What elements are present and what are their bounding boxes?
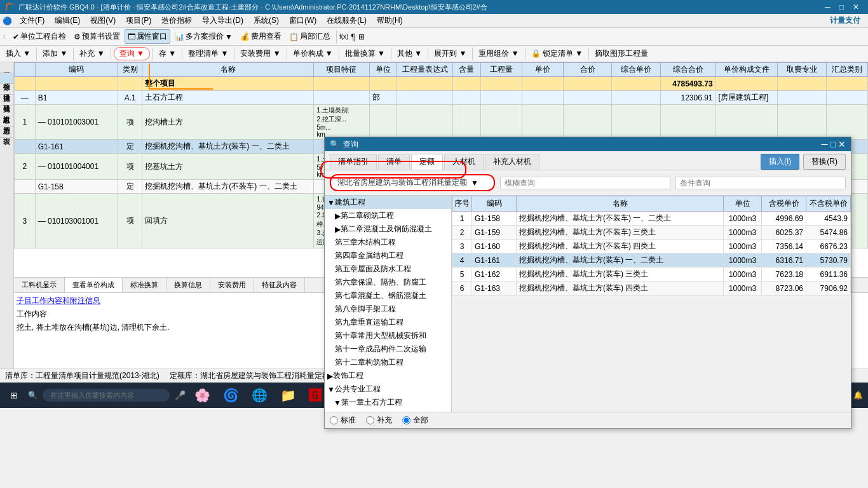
taskbar-app1-icon[interactable]: 🌸 — [191, 386, 214, 404]
tree-item[interactable]: ▶ 装饰工程 — [325, 369, 451, 383]
tree-item[interactable]: ▼ 第一章土石方工程 — [325, 396, 451, 409]
tree-item[interactable]: 第十二章构筑物工程 — [325, 356, 451, 369]
extract-qty-btn[interactable]: 摘取图形工程量 — [592, 46, 651, 61]
batch-convert-btn[interactable]: 批量换算 ▼ — [342, 46, 388, 61]
tree-item[interactable]: 第十章常用大型机械安拆和 — [325, 329, 451, 342]
result-table-row[interactable]: 1 G1-158 挖掘机挖沟槽、基坑土方(不装车) 一、二类土 1000m3 4… — [452, 212, 851, 226]
taskbar-search-input[interactable] — [43, 389, 170, 402]
result-table-row[interactable]: 5 G1-162 挖掘机挖沟槽、基坑土方(装车) 三类土 1000m3 7623… — [452, 268, 851, 281]
insert-result-btn[interactable]: 插入(I) — [761, 154, 799, 170]
dialog-tab-labor[interactable]: 人材机 — [444, 154, 484, 170]
query-dialog[interactable]: 🔍 查询 ─ □ ✕ 清单指引 清单 定额 人材机 补充人材机 插入(I) 替换… — [324, 137, 851, 429]
tab-labor-machine[interactable]: 工料机显示 — [14, 278, 65, 292]
sidebar-billofqty[interactable]: 分部分项 — [0, 73, 13, 84]
dialog-close-btn[interactable]: ✕ — [838, 139, 846, 149]
fuzzy-search-input[interactable] — [505, 179, 666, 187]
table-row[interactable]: — B1 A.1 土石方工程 部 12306.91 [房屋建筑工程] — [15, 91, 868, 105]
sidebar-fee-summary[interactable]: 费用汇总 — [0, 116, 13, 127]
menu-view[interactable]: 视图(V) — [85, 14, 121, 27]
condition-search-input[interactable] — [680, 179, 841, 187]
properties-window-btn[interactable]: 🗔 属性窗口 — [125, 29, 170, 44]
tree-item[interactable]: 第十一章成品构件二次运输 — [325, 342, 451, 356]
tree-item[interactable]: 第三章木结构工程 — [325, 236, 451, 249]
menu-help[interactable]: 帮助(H) — [372, 14, 408, 27]
reuse-price-btn[interactable]: 重用组价 ▼ — [475, 46, 522, 61]
sidebar-labor-material[interactable]: 人材机汇总 — [0, 105, 13, 116]
taskbar-app4-icon[interactable]: 📁 — [276, 386, 300, 404]
menu-import-export[interactable]: 导入导出(D) — [197, 14, 248, 27]
tree-item[interactable]: 第五章屋面及防水工程 — [325, 262, 451, 276]
menu-price-index[interactable]: 造价指标 — [156, 14, 197, 27]
add-btn[interactable]: 添加 ▼ — [39, 46, 71, 61]
other-btn[interactable]: 其他 ▼ — [394, 46, 425, 61]
table-row[interactable]: 整个项目 4785493.73 — [15, 77, 868, 91]
result-table-row[interactable]: 6 G1-163 挖掘机挖沟槽、基坑土方(装车) 四类土 1000m3 8723… — [452, 281, 851, 295]
menu-project[interactable]: 项目(P) — [121, 14, 156, 27]
table-row[interactable]: 1 — 010101003001 项 挖沟槽土方 1.土壤类别: 2.挖工深..… — [15, 105, 868, 140]
tree-item[interactable]: ▶ 第二章混凝土及钢筋混凝土 — [325, 222, 451, 236]
radio-standard-label[interactable]: 标准 — [330, 415, 356, 426]
work-content-link[interactable]: 子目工作内容和附注信息 — [17, 296, 100, 305]
notification-icon[interactable]: 🔔 — [853, 391, 863, 400]
tree-item[interactable]: ▼ 建筑工程 — [325, 196, 451, 209]
radio-standard[interactable] — [330, 416, 338, 424]
query-btn[interactable]: 查询 ▼ — [114, 47, 150, 60]
result-table-row[interactable]: 2 G1-159 挖掘机挖沟槽、基坑土方(不装车) 三类土 1000m3 602… — [452, 226, 851, 240]
expand-to-btn[interactable]: 展开到 ▼ — [431, 46, 470, 61]
fee-check-btn[interactable]: 💰 费用查看 — [237, 29, 285, 44]
tab-unit-price[interactable]: 查看单价构成 — [65, 278, 123, 292]
dialog-tab-dinge[interactable]: 定额 — [411, 154, 443, 170]
radio-all[interactable] — [402, 416, 410, 424]
radio-supplement-label[interactable]: 补充 — [366, 415, 392, 426]
menu-metering[interactable]: 计量支付 — [825, 14, 865, 27]
unit-price-btn[interactable]: 单价构成 ▼ — [290, 46, 336, 61]
menu-online[interactable]: 在线服务(L) — [322, 14, 372, 27]
replace-result-btn[interactable]: 替换(R) — [803, 154, 846, 170]
tree-item[interactable]: ▶ 第二章砌筑工程 — [325, 209, 451, 222]
tree-item[interactable]: 第六章保温、隔热、防腐工 — [325, 276, 451, 289]
radio-supplement[interactable] — [366, 416, 374, 424]
taskbar-app5-icon[interactable]: 🅶 — [305, 387, 325, 404]
tree-item[interactable]: 第八章脚手架工程 — [325, 302, 451, 316]
tab-features[interactable]: 特征及内容 — [254, 278, 305, 292]
dialog-maximize-btn[interactable]: □ — [831, 139, 836, 149]
install-fee-btn[interactable]: 安装费用 ▼ — [237, 46, 283, 61]
insert-btn[interactable]: 插入 ▼ — [3, 46, 34, 61]
sidebar-other-items[interactable]: 其他项目 — [0, 95, 13, 105]
taskbar-app2-icon[interactable]: 🌀 — [219, 386, 243, 404]
dialog-minimize-btn[interactable]: ─ — [822, 139, 828, 149]
lock-list-btn[interactable]: 🔒 锁定清单 ▼ — [528, 46, 587, 61]
tree-item[interactable]: ▼ 公共专业工程 — [325, 383, 451, 396]
result-table-row[interactable]: 4 G1-161 挖掘机挖沟槽、基坑土方(装车) 一、二类土 1000m3 63… — [452, 254, 851, 268]
taskbar-app3-icon[interactable]: 🌐 — [248, 386, 271, 404]
sidebar-overview[interactable]: 工程概况 — [0, 62, 13, 73]
self-check-btn[interactable]: ✔ 单位工程自检 — [10, 29, 69, 44]
dialog-tab-qingdan-guide[interactable]: 清单指引 — [330, 154, 377, 170]
supplement-btn[interactable]: 补充 ▼ — [76, 46, 107, 61]
menu-window[interactable]: 窗口(W) — [284, 14, 322, 27]
budget-settings-btn[interactable]: ⚙ 预算书设置 — [71, 29, 123, 44]
partial-summary-btn[interactable]: 📋 局部汇总 — [286, 29, 334, 44]
dialog-tab-supplement[interactable]: 补充人材机 — [485, 154, 539, 170]
menu-edit[interactable]: 编辑(E) — [50, 14, 85, 27]
sidebar-measures[interactable]: 措施项目 — [0, 84, 13, 95]
sidebar-report[interactable]: 报表 — [0, 127, 13, 138]
library-dropdown[interactable]: 湖北省房屋建筑与装饰工程消耗量定额 ▼ — [330, 174, 495, 191]
start-button[interactable]: ⊞ — [5, 388, 23, 403]
tab-std-convert[interactable]: 标准换算 — [123, 278, 166, 292]
tab-convert-info[interactable]: 换算信息 — [166, 278, 210, 292]
organize-list-btn[interactable]: 整理清单 ▼ — [185, 46, 231, 61]
tree-item[interactable]: 第七章混凝土、钢筋混凝土 — [325, 289, 451, 302]
maximize-btn[interactable]: □ — [836, 3, 848, 11]
close-btn[interactable]: ✕ — [849, 3, 863, 11]
dialog-tab-qingdan[interactable]: 清单 — [378, 154, 410, 170]
tree-item[interactable]: 第四章金属结构工程 — [325, 249, 451, 262]
menu-system[interactable]: 系统(S) — [248, 14, 284, 27]
tab-install-fee[interactable]: 安装费用 — [210, 278, 254, 292]
tree-item[interactable]: 第九章垂直运输工程 — [325, 316, 451, 329]
tree-item[interactable]: ▼ 一、土方工程 — [325, 409, 451, 412]
multi-plan-btn[interactable]: 📊 多方案报价 ▼ — [172, 29, 236, 44]
radio-all-label[interactable]: 全部 — [402, 415, 428, 426]
save-btn[interactable]: 存 ▼ — [156, 46, 179, 61]
result-table-row[interactable]: 3 G1-160 挖掘机挖沟槽、基坑土方(不装车) 四类土 1000m3 735… — [452, 240, 851, 254]
